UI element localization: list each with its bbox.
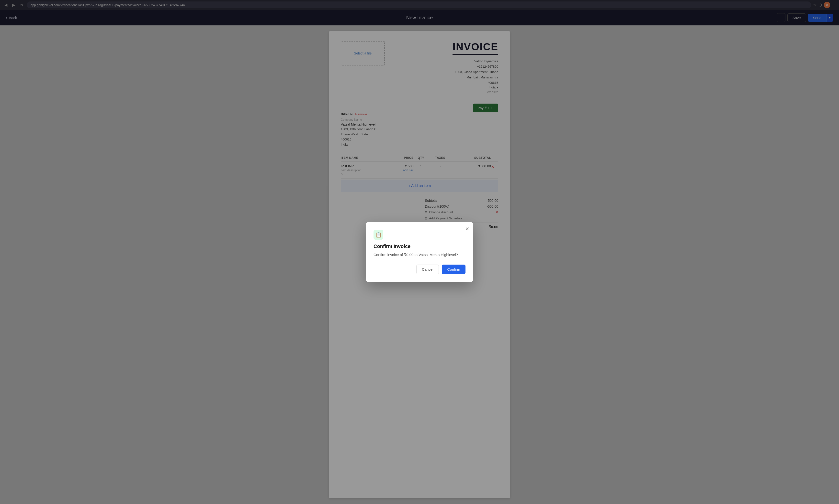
modal-actions: Cancel Confirm	[374, 265, 465, 274]
confirm-button[interactable]: Confirm	[442, 265, 465, 274]
invoice-icon: 📋	[375, 232, 381, 238]
confirm-invoice-modal: ✕ 📋 Confirm Invoice Confirm invoice of ₹…	[366, 222, 473, 282]
modal-close-button[interactable]: ✕	[465, 226, 469, 232]
modal-body: Confirm invoice of ₹0.00 to Vatsal Mehta…	[374, 252, 465, 258]
modal-overlay: ✕ 📋 Confirm Invoice Confirm invoice of ₹…	[0, 0, 839, 504]
cancel-button[interactable]: Cancel	[416, 265, 439, 274]
modal-icon: 📋	[374, 230, 383, 240]
modal-title: Confirm Invoice	[374, 244, 465, 249]
